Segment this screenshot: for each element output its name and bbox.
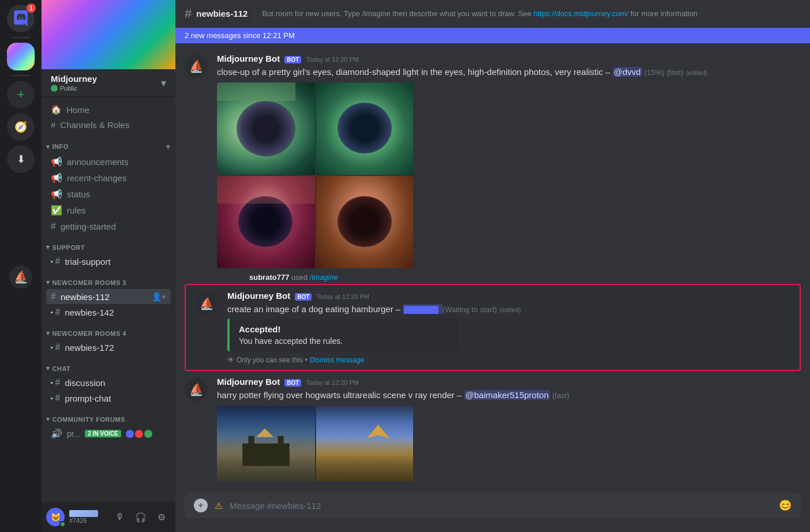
embed-footer: 👁 Only you can see this • Dismiss messag… [227, 356, 790, 364]
eye-icon: 👁 [227, 356, 234, 364]
channel-newbies-112[interactable]: # newbies-112 👤+ [46, 289, 171, 304]
chevron-down-icon: ▾ [46, 329, 50, 337]
bot-badge: BOT [284, 56, 301, 63]
avatar-icon: 🐱 [51, 512, 61, 522]
discord-logo-icon[interactable]: 1 [7, 5, 35, 32]
channels-roles-item[interactable]: # Channels & Roles [46, 118, 171, 132]
chevron-down-icon: ▾ [46, 243, 50, 251]
avatar: ⛵ [185, 55, 208, 78]
mute-button[interactable]: 🎙 [111, 508, 129, 526]
voice-user-icon-1 [126, 430, 134, 438]
eye-image-tl[interactable] [217, 83, 315, 175]
header-divider [254, 7, 255, 21]
channels-icon: # [51, 120, 55, 130]
channel-recent-changes[interactable]: 📢 recent-changes [46, 170, 171, 186]
hash-icon: # [55, 393, 61, 403]
docs-link[interactable]: https://docs.midjourney.com/ [534, 9, 629, 18]
deafen-button[interactable]: 🎧 [132, 508, 150, 526]
channel-announcements[interactable]: 📢 announcements [46, 154, 171, 170]
server-divider [12, 37, 30, 38]
check-icon: ✅ [51, 205, 62, 216]
channel-newbies-142[interactable]: • # newbies-142 [46, 305, 171, 320]
message-group-1: ⛵ Midjourney Bot BOT Today at 12:20 PM c… [175, 53, 810, 269]
eye-image-bl[interactable] [217, 176, 315, 268]
message-header-2: Midjourney Bot BOT Today at 12:20 PM [227, 291, 790, 301]
main-content: # newbies-112 Bot room for new users. Ty… [175, 0, 810, 532]
chevron-down-icon: ▾ [46, 365, 50, 372]
user-panel: 🐱 #7426 🎙 🎧 ⚙ [42, 502, 175, 532]
server-name: Midjourney [51, 74, 97, 84]
user-info: #7426 [69, 510, 106, 524]
embed-text: You have accepted the rules. [239, 336, 449, 346]
home-icon: 🏠 [51, 104, 62, 115]
midjourney-server-icon[interactable] [7, 43, 35, 70]
username-block [69, 510, 98, 517]
dismiss-link[interactable]: Dismiss message [310, 356, 364, 364]
slash-command: /imagine [310, 273, 338, 282]
message-time: Today at 12:20 PM [306, 56, 359, 63]
server-header[interactable]: Midjourney Public ▾ [42, 69, 175, 97]
message-time-3: Today at 12:20 PM [306, 379, 359, 386]
avatar-2: ⛵ [195, 292, 218, 315]
message-group-3: ⛵ Midjourney Bot BOT Today at 12:20 PM h… [175, 376, 810, 482]
voice-badge: 2 IN VOICE [85, 430, 121, 437]
settings-button[interactable]: ⚙ [152, 508, 171, 526]
channel-rules[interactable]: ✅ rules [46, 203, 171, 218]
voice-user-icon-2 [135, 430, 143, 438]
bullet-icon: • [51, 344, 53, 351]
category-newcomer-4[interactable]: ▾ NEWCOMER ROOMS 4 [42, 320, 175, 339]
category-community-forums[interactable]: ▾ COMMUNITY FORUMS [42, 406, 175, 425]
avatar: 🐱 [46, 508, 65, 526]
channel-voice-pr[interactable]: 🔊 pr... 2 IN VOICE [46, 426, 171, 441]
chevron-down-icon: ▾ [46, 415, 50, 423]
category-newcomer-3[interactable]: ▾ NEWCOMER ROOMS 3 [42, 269, 175, 289]
eye-image-br[interactable] [316, 176, 413, 268]
explore-button[interactable]: 🧭 [7, 113, 35, 141]
mention-2 [403, 304, 442, 314]
home-nav-item[interactable]: 🏠 Home [46, 102, 171, 117]
hogwarts-image-l[interactable] [217, 406, 315, 481]
message-time-2: Today at 12:20 PM [316, 293, 369, 300]
voice-users [126, 430, 152, 438]
chevron-down-icon: ▾ [46, 143, 50, 151]
channel-getting-started[interactable]: # getting-started [46, 219, 171, 234]
highlighted-message: ⛵ Midjourney Bot BOT Today at 12:20 PM c… [185, 284, 801, 371]
image-grid-eyes [217, 83, 413, 268]
category-add-icon[interactable]: + [166, 142, 171, 151]
channel-prompt-chat[interactable]: • # prompt-chat [46, 391, 171, 406]
message-author-3: Midjourney Bot [217, 377, 280, 387]
user-actions: 🎙 🎧 ⚙ [111, 508, 171, 526]
channel-status[interactable]: 📢 status [46, 186, 171, 202]
emoji-button[interactable]: 😊 [779, 499, 792, 512]
username [69, 510, 106, 517]
hogwarts-image-r[interactable] [316, 406, 413, 481]
category-chat[interactable]: ▾ CHAT [42, 355, 175, 374]
message-header-3: Midjourney Bot BOT Today at 12:20 PM [217, 377, 801, 387]
channel-newbies-172[interactable]: • # newbies-172 [46, 340, 171, 355]
bullet-icon: • [51, 380, 53, 386]
add-attachment-button[interactable]: + [194, 499, 208, 512]
message-content-1: close-up of a pretty girl's eyes, diamon… [217, 66, 801, 78]
category-support[interactable]: ▾ SUPPORT [42, 234, 175, 253]
message-content-3: harry potter flying over hogwarts ultrar… [217, 389, 801, 401]
add-server-button[interactable]: + [7, 81, 35, 108]
embed-title: Accepted! [239, 324, 449, 334]
channel-trial-support[interactable]: • # trial-support [46, 254, 171, 269]
category-info[interactable]: ▾ INFO + [42, 133, 175, 153]
bot-badge-2: BOT [295, 293, 312, 301]
eye-image-tr[interactable] [316, 83, 413, 175]
download-button[interactable]: ⬇ [7, 145, 35, 173]
hash-icon: # [55, 342, 61, 353]
bot-badge-3: BOT [284, 379, 301, 387]
mention-3: @baimaker515proton [464, 390, 550, 400]
highlighted-message-container: ⛵ subrato777 used /imagine ⛵ Midjourney … [185, 272, 801, 371]
messages-area[interactable]: ⛵ Midjourney Bot BOT Today at 12:20 PM c… [175, 43, 810, 493]
channel-discussion[interactable]: • # discussion [46, 375, 171, 390]
channel-list: 🏠 Home # Channels & Roles ▾ INFO + 📢 ann… [42, 97, 175, 502]
new-messages-bar[interactable]: 2 new messages since 12:21 PM [175, 28, 810, 43]
status-indicator [61, 522, 65, 526]
bullet-icon: • [51, 309, 53, 316]
add-member-icon[interactable]: 👤+ [152, 292, 166, 301]
message-input[interactable] [230, 501, 772, 511]
public-indicator [51, 85, 58, 92]
